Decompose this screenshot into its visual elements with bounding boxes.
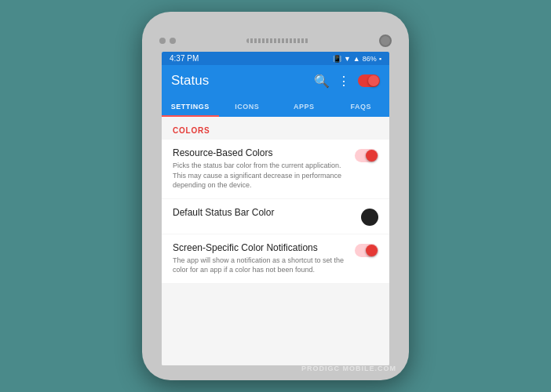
network-icon: ▲	[353, 55, 360, 63]
phone-frame: 4:37 PM 📳 ▼ ▲ 86% ▪ Status 🔍 ⋮ SETTINGS	[142, 12, 409, 380]
screen-specific-desc: The app will show a notification as a sh…	[173, 256, 348, 275]
battery-text: 86%	[363, 55, 377, 63]
more-options-icon[interactable]: ⋮	[338, 74, 350, 89]
grille-lines	[246, 38, 309, 43]
search-icon[interactable]: 🔍	[314, 74, 330, 89]
status-icons: 📳 ▼ ▲ 86% ▪	[333, 55, 381, 63]
screen-specific-title: Screen-Specific Color Notifications	[173, 242, 348, 253]
resource-colors-text: Resource-Based Colors Picks the status b…	[173, 147, 348, 191]
colors-section-header: COLORS	[162, 117, 389, 140]
speaker-dot	[159, 38, 166, 44]
app-bar-title: Status	[171, 73, 209, 89]
app-bar-actions: 🔍 ⋮	[314, 74, 380, 89]
tabs-bar: SETTINGS ICONS APPS FAQS	[162, 96, 389, 117]
tab-icons[interactable]: ICONS	[219, 96, 276, 117]
main-toggle[interactable]	[358, 74, 380, 87]
tab-apps[interactable]: APPS	[276, 96, 333, 117]
list-item: Default Status Bar Color	[162, 199, 389, 234]
tab-faqs[interactable]: FAQS	[333, 96, 390, 117]
vibrate-icon: 📳	[333, 55, 341, 63]
resource-colors-title: Resource-Based Colors	[173, 147, 348, 158]
status-time: 4:37 PM	[170, 54, 199, 63]
app-bar: Status 🔍 ⋮	[162, 65, 389, 96]
speaker-dots	[159, 38, 176, 44]
list-item: Resource-Based Colors Picks the status b…	[162, 140, 389, 198]
screen-specific-toggle[interactable]	[355, 244, 378, 257]
resource-colors-toggle[interactable]	[355, 149, 378, 162]
resource-colors-desc: Picks the status bar color from the curr…	[173, 161, 348, 191]
resource-colors-control[interactable]	[355, 147, 378, 162]
battery-icon: ▪	[379, 55, 381, 63]
system-status-bar: 4:37 PM 📳 ▼ ▲ 86% ▪	[162, 52, 389, 65]
screen-specific-text: Screen-Specific Color Notifications The …	[173, 242, 348, 275]
default-color-title: Default Status Bar Color	[173, 207, 355, 218]
list-item: Screen-Specific Color Notifications The …	[162, 234, 389, 283]
screen-specific-control[interactable]	[355, 242, 378, 257]
default-color-control[interactable]	[361, 207, 378, 226]
watermark: PRODIGC MOBILE.COM	[301, 365, 396, 372]
signal-icon: ▼	[344, 55, 351, 63]
phone-top-bar	[142, 27, 409, 52]
tab-settings[interactable]: SETTINGS	[162, 96, 219, 117]
settings-content: COLORS Resource-Based Colors Picks the s…	[162, 117, 389, 365]
phone-screen: 4:37 PM 📳 ▼ ▲ 86% ▪ Status 🔍 ⋮ SETTINGS	[162, 52, 389, 365]
front-camera	[379, 34, 392, 47]
speaker-grille	[176, 38, 379, 43]
default-color-text: Default Status Bar Color	[173, 207, 355, 220]
color-picker-circle[interactable]	[361, 209, 378, 226]
speaker-dot	[170, 38, 176, 44]
